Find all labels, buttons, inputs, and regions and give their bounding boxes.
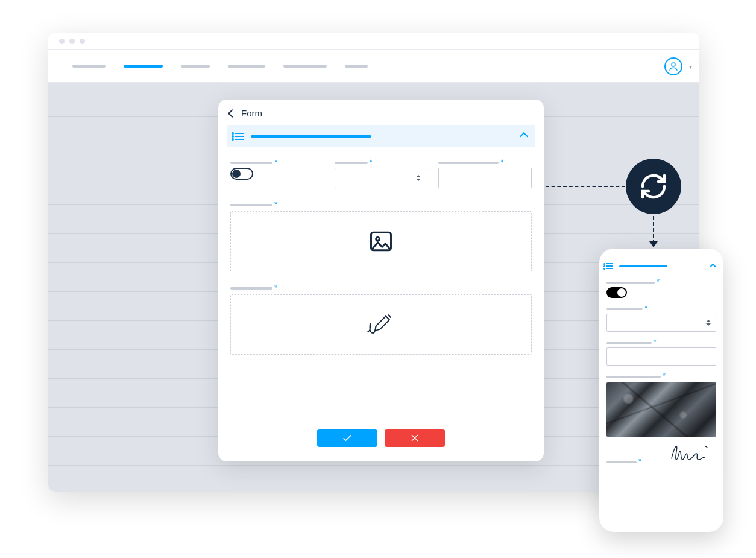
svg-point-0 [672, 63, 675, 66]
phone-section-header[interactable] [606, 259, 716, 273]
signature-glyph-icon [669, 443, 716, 463]
field-label: * [606, 340, 716, 344]
chrome-dot [69, 39, 75, 44]
nav-tabs [48, 65, 368, 68]
field-label: * [606, 374, 716, 378]
section-title-placeholder [619, 265, 667, 267]
section-header[interactable] [227, 125, 535, 147]
nav-tab[interactable] [181, 65, 210, 68]
nav-tab[interactable] [345, 65, 368, 68]
check-icon [341, 432, 353, 444]
signature-icon [364, 312, 398, 337]
cancel-button[interactable] [385, 429, 445, 447]
nav-tab[interactable] [72, 65, 106, 68]
sort-icon [706, 320, 711, 326]
user-icon [668, 61, 679, 72]
svg-point-2 [376, 237, 380, 241]
field-label: * [335, 160, 428, 164]
section-title-placeholder [251, 135, 371, 138]
list-icon [606, 263, 613, 269]
nav-tab[interactable] [228, 65, 265, 68]
chevron-up-icon[interactable] [710, 263, 716, 269]
field-label: * [606, 460, 641, 463]
phone-device: * * * * * [599, 249, 723, 532]
text-input[interactable] [438, 168, 532, 188]
chevron-up-icon[interactable] [521, 133, 527, 139]
back-icon[interactable] [228, 109, 236, 117]
phone-body: * * * * * [606, 273, 716, 463]
image-icon [368, 228, 394, 255]
select-field[interactable] [606, 314, 716, 332]
connector-horizontal [546, 186, 625, 187]
toggle-field[interactable] [230, 168, 253, 180]
sync-badge [626, 159, 681, 214]
connector-arrowhead-icon [649, 241, 658, 247]
modal-header: Form [218, 100, 544, 124]
nav-tab-active[interactable] [124, 65, 163, 68]
field-label: * [606, 280, 716, 284]
x-icon [409, 433, 420, 443]
image-upload-area[interactable] [230, 211, 532, 271]
toggle-field-on[interactable] [606, 287, 627, 298]
refresh-icon [639, 172, 668, 201]
window-chrome [48, 33, 699, 50]
signature-area[interactable] [230, 294, 532, 355]
field-label: * [230, 160, 324, 164]
avatar-caret-icon[interactable]: ▾ [689, 63, 692, 69]
connector-vertical [653, 216, 654, 244]
avatar[interactable] [664, 57, 682, 75]
field-label: * [230, 286, 532, 290]
modal-body: * * * * [218, 147, 544, 414]
image-preview[interactable] [606, 382, 716, 437]
text-input[interactable] [606, 347, 716, 366]
modal-title: Form [241, 108, 262, 118]
form-modal: Form * * [218, 100, 544, 461]
sort-icon [416, 175, 421, 181]
modal-footer [218, 414, 544, 461]
list-icon [235, 133, 244, 140]
chrome-dot [80, 39, 85, 44]
select-field[interactable] [335, 168, 428, 188]
nav-tab[interactable] [283, 65, 327, 68]
toolbar: ▾ [48, 50, 699, 83]
field-label: * [230, 203, 532, 206]
confirm-button[interactable] [317, 429, 377, 447]
field-label: * [606, 306, 716, 310]
chrome-dot [59, 39, 65, 44]
field-label: * [438, 160, 532, 164]
